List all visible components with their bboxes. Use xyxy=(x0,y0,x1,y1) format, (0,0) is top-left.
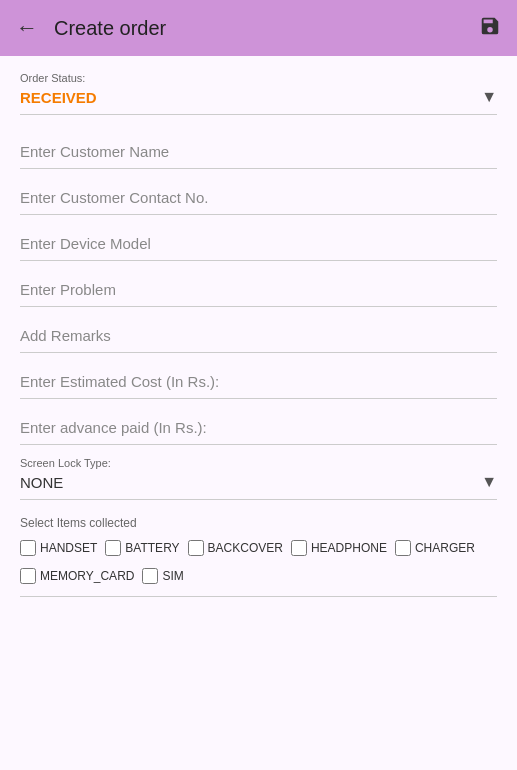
checkbox-item-sim[interactable]: SIM xyxy=(142,568,183,584)
checkbox-label-headphone: HEADPHONE xyxy=(311,541,387,555)
checkbox-headphone[interactable] xyxy=(291,540,307,556)
items-row-1: HANDSET BATTERY BACKCOVER HEADPHONE CHAR… xyxy=(20,540,497,556)
order-status-dropdown[interactable]: RECEIVED ▼ xyxy=(20,88,497,115)
checkbox-label-sim: SIM xyxy=(162,569,183,583)
checkbox-battery[interactable] xyxy=(105,540,121,556)
remarks-input[interactable] xyxy=(20,315,497,353)
problem-input[interactable] xyxy=(20,269,497,307)
back-button[interactable]: ← xyxy=(16,15,38,41)
order-status-arrow-icon: ▼ xyxy=(481,88,497,106)
checkbox-sim[interactable] xyxy=(142,568,158,584)
checkbox-label-memory-card: MEMORY_CARD xyxy=(40,569,134,583)
items-collected-label: Select Items collected xyxy=(20,516,497,530)
checkbox-item-backcover[interactable]: BACKCOVER xyxy=(188,540,283,556)
checkbox-handset[interactable] xyxy=(20,540,36,556)
checkbox-item-headphone[interactable]: HEADPHONE xyxy=(291,540,387,556)
page-title: Create order xyxy=(54,17,463,40)
checkbox-label-charger: CHARGER xyxy=(415,541,475,555)
customer-name-field xyxy=(20,131,497,173)
customer-contact-input[interactable] xyxy=(20,177,497,215)
remarks-field xyxy=(20,315,497,357)
checkbox-memory-card[interactable] xyxy=(20,568,36,584)
checkbox-label-handset: HANDSET xyxy=(40,541,97,555)
items-row-2: MEMORY_CARD SIM xyxy=(20,568,497,584)
advance-paid-input[interactable] xyxy=(20,407,497,445)
save-button[interactable] xyxy=(479,15,501,42)
checkbox-item-charger[interactable]: CHARGER xyxy=(395,540,475,556)
estimated-cost-input[interactable] xyxy=(20,361,497,399)
checkbox-item-memory-card[interactable]: MEMORY_CARD xyxy=(20,568,134,584)
order-status-value: RECEIVED xyxy=(20,89,97,106)
screen-lock-dropdown[interactable]: NONE ▼ xyxy=(20,473,497,500)
screen-lock-label: Screen Lock Type: xyxy=(20,457,497,469)
advance-paid-field xyxy=(20,407,497,449)
device-model-field xyxy=(20,223,497,265)
checkbox-item-battery[interactable]: BATTERY xyxy=(105,540,179,556)
checkbox-backcover[interactable] xyxy=(188,540,204,556)
checkbox-item-handset[interactable]: HANDSET xyxy=(20,540,97,556)
bottom-divider xyxy=(20,596,497,597)
problem-field xyxy=(20,269,497,311)
form-content: Order Status: RECEIVED ▼ Screen Lock Typ… xyxy=(0,56,517,770)
checkbox-label-backcover: BACKCOVER xyxy=(208,541,283,555)
screen-lock-arrow-icon: ▼ xyxy=(481,473,497,491)
customer-name-input[interactable] xyxy=(20,131,497,169)
device-model-input[interactable] xyxy=(20,223,497,261)
order-status-label: Order Status: xyxy=(20,72,497,84)
customer-contact-field xyxy=(20,177,497,219)
checkbox-charger[interactable] xyxy=(395,540,411,556)
app-bar: ← Create order xyxy=(0,0,517,56)
checkbox-label-battery: BATTERY xyxy=(125,541,179,555)
estimated-cost-field xyxy=(20,361,497,403)
screen-lock-value: NONE xyxy=(20,474,63,491)
